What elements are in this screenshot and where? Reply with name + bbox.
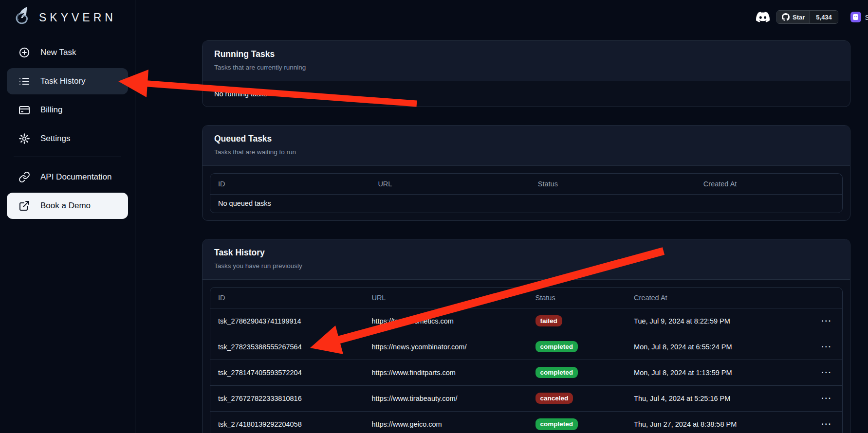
card-subtitle: Tasks that are waiting to run xyxy=(214,148,838,156)
task-url-cell: https://www.finditparts.com xyxy=(364,360,527,385)
task-created-at-cell: Tue, Jul 9, 2024 at 8:22:59 PM xyxy=(626,308,811,334)
sidebar: SKYVERN New Task Task History Billing xyxy=(0,0,135,433)
table-row[interactable]: tsk_278147405593572204https://www.findit… xyxy=(210,360,842,385)
task-id-cell: tsk_278147405593572204 xyxy=(210,360,364,385)
sidebar-item-label: New Task xyxy=(40,48,76,57)
task-id-cell: tsk_274180139292204058 xyxy=(210,411,364,433)
plus-circle-icon xyxy=(18,47,30,58)
table-row[interactable]: tsk_278235388555267564https://news.ycomb… xyxy=(210,334,842,360)
sidebar-item-billing[interactable]: Billing xyxy=(7,97,128,123)
card-subtitle: Tasks that are currently running xyxy=(214,64,838,71)
queued-tasks-header: Queued Tasks Tasks that are waiting to r… xyxy=(203,126,850,166)
row-actions-button[interactable]: ··· xyxy=(821,317,832,325)
status-badge: completed xyxy=(536,367,578,379)
brand-logo[interactable]: SKYVERN xyxy=(0,0,135,31)
table-row-empty: No queued tasks xyxy=(210,194,842,213)
queued-tasks-table: ID URL Status Created At No queued tasks xyxy=(210,174,842,213)
column-header-actions xyxy=(811,288,842,308)
task-actions-cell: ··· xyxy=(811,385,842,411)
task-created-at-cell: Mon, Jul 8, 2024 at 6:55:24 PM xyxy=(626,334,811,360)
column-header-url: URL xyxy=(370,174,530,194)
sidebar-divider xyxy=(14,157,121,157)
task-status-cell: canceled xyxy=(528,385,626,411)
status-badge: failed xyxy=(536,315,562,327)
brand-name: SKYVERN xyxy=(39,11,116,24)
task-history-header: Task History Tasks you have run previous… xyxy=(203,239,850,280)
running-tasks-empty: No running tasks xyxy=(203,81,850,107)
task-url-cell: https://tartecosmetics.com xyxy=(364,308,527,334)
task-actions-cell: ··· xyxy=(811,411,842,433)
status-badge: completed xyxy=(536,341,578,353)
link-icon xyxy=(18,171,30,183)
task-status-cell: completed xyxy=(528,334,626,360)
status-badge: completed xyxy=(536,418,578,430)
row-actions-button[interactable]: ··· xyxy=(821,420,832,429)
table-row[interactable]: tsk_278629043741199914https://tartecosme… xyxy=(210,308,842,334)
row-actions-button[interactable]: ··· xyxy=(821,394,832,403)
task-created-at-cell: Thu, Jun 27, 2024 at 8:38:58 PM xyxy=(626,411,811,433)
sidebar-item-label: API Documentation xyxy=(40,172,111,182)
task-status-cell: completed xyxy=(528,360,626,385)
external-link-icon xyxy=(18,200,30,212)
task-actions-cell: ··· xyxy=(811,308,842,334)
running-tasks-header: Running Tasks Tasks that are currently r… xyxy=(203,41,850,81)
sidebar-item-label: Task History xyxy=(40,76,86,86)
column-header-status: Status xyxy=(528,288,626,308)
task-history-card: Task History Tasks you have run previous… xyxy=(202,239,850,433)
queued-tasks-card: Queued Tasks Tasks that are waiting to r… xyxy=(202,125,850,221)
running-tasks-card: Running Tasks Tasks that are currently r… xyxy=(202,40,850,107)
task-id-cell: tsk_278629043741199914 xyxy=(210,308,364,334)
task-id-cell: tsk_278235388555267564 xyxy=(210,334,364,360)
sidebar-item-label: Book a Demo xyxy=(40,201,91,211)
sidebar-item-label: Settings xyxy=(40,134,70,144)
task-url-cell: https://www.tirabeauty.com/ xyxy=(364,385,527,411)
task-actions-cell: ··· xyxy=(811,360,842,385)
status-badge: canceled xyxy=(536,393,573,404)
column-header-url: URL xyxy=(364,288,527,308)
task-actions-cell: ··· xyxy=(811,334,842,360)
task-history-table: ID URL Status Created At tsk_27862904374… xyxy=(210,288,842,433)
main-content: Running Tasks Tasks that are currently r… xyxy=(135,0,868,433)
task-status-cell: completed xyxy=(528,411,626,433)
card-title: Running Tasks xyxy=(214,49,838,59)
card-title: Task History xyxy=(214,248,838,258)
task-created-at-cell: Mon, Jul 8, 2024 at 1:13:59 PM xyxy=(626,360,811,385)
task-url-cell: https://www.geico.com xyxy=(364,411,527,433)
sidebar-item-book-a-demo[interactable]: Book a Demo xyxy=(7,193,128,219)
history-table-body: tsk_278629043741199914https://tartecosme… xyxy=(210,308,842,433)
list-icon xyxy=(18,75,30,87)
sidebar-item-task-history[interactable]: Task History xyxy=(7,68,128,94)
queued-tasks-empty: No queued tasks xyxy=(210,194,842,213)
table-row[interactable]: tsk_274180139292204058https://www.geico.… xyxy=(210,411,842,433)
task-id-cell: tsk_276727822333810816 xyxy=(210,385,364,411)
credit-card-icon xyxy=(18,104,30,116)
card-subtitle: Tasks you have run previously xyxy=(214,262,838,270)
sidebar-item-new-task[interactable]: New Task xyxy=(7,39,128,66)
task-status-cell: failed xyxy=(528,308,626,334)
column-header-created-at: Created At xyxy=(696,174,842,194)
column-header-id: ID xyxy=(210,174,370,194)
column-header-status: Status xyxy=(530,174,696,194)
task-created-at-cell: Thu, Jul 4, 2024 at 5:25:16 PM xyxy=(626,385,811,411)
column-header-id: ID xyxy=(210,288,364,308)
sidebar-item-label: Billing xyxy=(40,105,62,115)
table-row[interactable]: tsk_276727822333810816https://www.tirabe… xyxy=(210,385,842,411)
row-actions-button[interactable]: ··· xyxy=(821,368,832,377)
gear-icon xyxy=(18,133,30,144)
skyvern-dragon-icon xyxy=(12,5,34,30)
row-actions-button[interactable]: ··· xyxy=(821,343,832,351)
card-title: Queued Tasks xyxy=(214,134,838,144)
task-url-cell: https://news.ycombinator.com/ xyxy=(364,334,527,360)
sidebar-item-api-documentation[interactable]: API Documentation xyxy=(7,164,128,190)
column-header-created-at: Created At xyxy=(626,288,811,308)
sidebar-item-settings[interactable]: Settings xyxy=(7,126,128,152)
